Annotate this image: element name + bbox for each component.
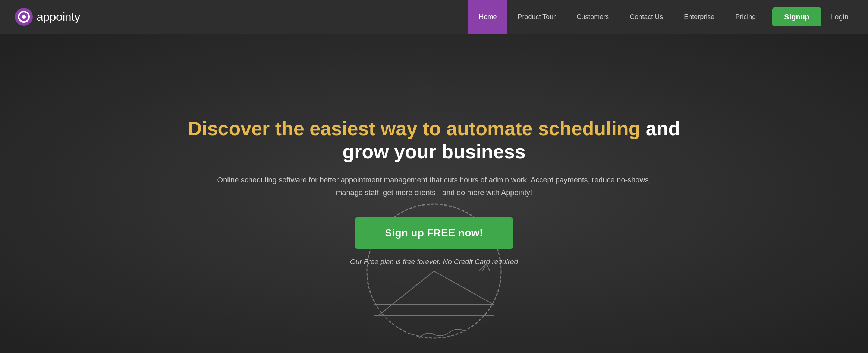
nav-home[interactable]: Home [468, 0, 507, 34]
logo-text: appointy [37, 10, 80, 24]
main-headline: Discover the easiest way to automate sch… [173, 117, 695, 163]
cta-signup-button[interactable]: Sign up FREE now! [355, 217, 513, 249]
free-plan-note: Our Free plan is free forever. No Credit… [173, 258, 695, 266]
nav-pricing[interactable]: Pricing [725, 0, 766, 34]
subheadline: Online scheduling software for better ap… [210, 174, 658, 199]
nav-customers[interactable]: Customers [566, 0, 619, 34]
logo-area: appointy [15, 8, 80, 26]
svg-line-6 [378, 271, 434, 316]
logo-icon [15, 8, 33, 26]
svg-point-2 [22, 15, 26, 19]
navbar: appointy Home Product Tour Customers Con… [0, 0, 868, 34]
nav-links: Home Product Tour Customers Contact Us E… [468, 0, 766, 34]
nav-contact-us[interactable]: Contact Us [619, 0, 673, 34]
login-link[interactable]: Login [826, 13, 853, 21]
nav-enterprise[interactable]: Enterprise [673, 0, 725, 34]
nav-product-tour[interactable]: Product Tour [507, 0, 566, 34]
hero-section: Discover the easiest way to automate sch… [0, 34, 868, 353]
headline-highlight: Discover the easiest way to automate sch… [188, 118, 641, 139]
signup-button[interactable]: Signup [772, 7, 821, 26]
hero-content: Discover the easiest way to automate sch… [173, 117, 695, 277]
